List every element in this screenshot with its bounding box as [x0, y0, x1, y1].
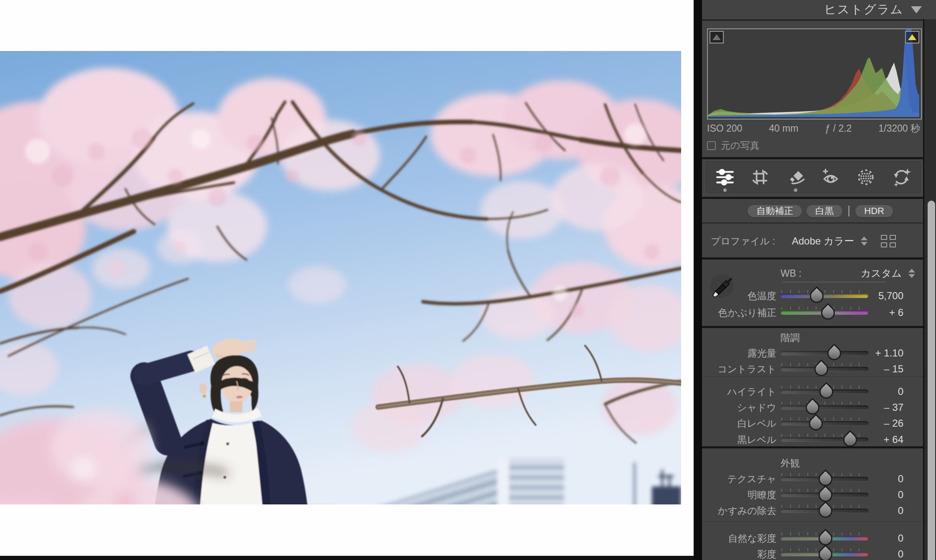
saturation-value: 0 — [849, 548, 903, 560]
row-separator — [702, 377, 924, 377]
blacks-label: 黒レベル — [702, 433, 776, 446]
presets-sync-icon — [892, 168, 911, 187]
healing-tool-button[interactable] — [786, 167, 806, 187]
dehaze-value: 0 — [849, 505, 903, 517]
presence-section: 外観 テクスチャ 0 明瞭度 0 かすみの除去 0 — [702, 448, 924, 560]
shadows-slider-thumb[interactable] — [803, 398, 822, 417]
presence-section-title: 外観 — [781, 457, 800, 470]
tone-section: 階調 露光量 + 1.10 コントラスト – 15 ハイライト 0 — [702, 328, 924, 446]
contrast-label: コントラスト — [702, 363, 776, 376]
highlights-slider-thumb[interactable] — [816, 382, 836, 402]
healing-eraser-icon — [786, 168, 805, 187]
profile-row: プロファイル : Adobe カラー — [702, 226, 913, 257]
wb-dropdown-underline — [783, 282, 885, 283]
blacks-slider-row: 黒レベル + 64 — [702, 432, 913, 448]
vibrance-value: 0 — [849, 532, 903, 544]
exposure-label: 露光量 — [702, 347, 776, 360]
black-white-button[interactable]: 白黒 — [806, 205, 842, 217]
saturation-label: 彩度 — [702, 548, 776, 560]
shadows-value: – 37 — [849, 402, 903, 413]
basic-buttons-row: 自動補正 白黒 HDR — [702, 201, 913, 221]
contrast-value: – 15 — [849, 363, 903, 375]
panel-scrollbar-thumb[interactable] — [928, 201, 935, 560]
histogram-plot[interactable] — [707, 28, 922, 120]
histogram-green-channel — [708, 51, 919, 117]
auto-settings-button[interactable]: 自動補正 — [748, 205, 802, 217]
vibrance-label: 自然な彩度 — [702, 532, 776, 545]
masking-tool-button[interactable] — [856, 167, 876, 187]
saturation-slider-thumb[interactable] — [816, 545, 835, 560]
develop-right-panel: ヒストグラム ISO 200 40 mm ƒ / 2.2 1/3200 秒 — [702, 0, 936, 560]
profile-value[interactable]: Adobe カラー — [792, 234, 854, 248]
whites-slider-thumb[interactable] — [806, 414, 826, 433]
texture-value: 0 — [849, 473, 903, 485]
photo-canvas[interactable] — [0, 51, 681, 504]
white-balance-section: WB : カスタム 色温度 5,700 色かぶり補正 + 6 — [702, 260, 924, 326]
exposure-slider-thumb[interactable] — [824, 344, 844, 363]
blacks-value: + 64 — [849, 434, 903, 445]
basic-panel-header-section: 自動補正 白黒 HDR プロファイル : Adobe カラー — [702, 199, 924, 257]
profile-label: プロファイル : — [711, 235, 775, 248]
dehaze-slider-thumb[interactable] — [816, 501, 835, 521]
wb-preset-value[interactable]: カスタム — [861, 267, 902, 280]
red-eye-tool-button[interactable] — [821, 167, 841, 187]
exif-info-row: ISO 200 40 mm ƒ / 2.2 1/3200 秒 — [707, 122, 920, 135]
exif-shutter: 1/3200 秒 — [878, 122, 920, 135]
adjust-sliders-tool-button[interactable] — [715, 167, 735, 187]
original-photo-label: 元の写真 — [721, 139, 760, 152]
exif-aperture: ƒ / 2.2 — [825, 123, 852, 134]
dehaze-slider-row: かすみの除去 0 — [702, 503, 913, 519]
edited-indicator-dot — [723, 188, 727, 192]
shadows-slider-row: シャドウ – 37 — [702, 400, 913, 415]
highlight-clipping-indicator[interactable] — [905, 31, 919, 43]
row-separator — [702, 522, 924, 522]
whites-slider-row: 白レベル – 26 — [702, 415, 913, 431]
photo-illustration — [0, 51, 681, 504]
wb-preset-arrows[interactable] — [908, 269, 915, 278]
temp-label: 色温度 — [702, 290, 776, 303]
hdr-button[interactable]: HDR — [855, 205, 893, 217]
texture-label: テクスチャ — [702, 473, 776, 486]
original-photo-checkbox[interactable] — [707, 141, 716, 150]
tint-slider-thumb[interactable] — [818, 303, 838, 323]
panel-divider — [694, 0, 702, 560]
edited-indicator-dot — [794, 188, 797, 192]
original-photo-row: 元の写真 — [707, 140, 760, 151]
histogram-section: ISO 200 40 mm ƒ / 2.2 1/3200 秒 元の写真 — [702, 0, 924, 157]
highlights-value: 0 — [849, 386, 903, 397]
tint-label: 色かぶり補正 — [702, 306, 776, 319]
contrast-slider-thumb[interactable] — [811, 359, 831, 379]
red-eye-icon — [821, 168, 840, 187]
dehaze-label: かすみの除去 — [702, 504, 776, 517]
profile-stepper-arrows[interactable] — [861, 237, 867, 246]
temp-value: 5,700 — [849, 290, 903, 302]
tone-section-title: 階調 — [781, 331, 800, 344]
masking-icon — [856, 168, 875, 187]
tint-slider-row: 色かぶり補正 + 6 — [702, 305, 913, 321]
shadow-clipping-triangle-icon — [712, 34, 721, 40]
whites-label: 白レベル — [702, 417, 776, 430]
exposure-value: + 1.10 — [849, 347, 903, 359]
whites-value: – 26 — [849, 417, 903, 429]
panel-scrollbar[interactable] — [923, 19, 936, 560]
row-separator — [702, 222, 924, 224]
temp-slider-thumb[interactable] — [807, 286, 827, 306]
main-content-area — [0, 0, 694, 560]
crop-tool-button[interactable] — [750, 167, 770, 187]
wb-label: WB : — [781, 268, 801, 279]
crop-rotate-icon — [750, 168, 770, 187]
vibrance-slider-row: 自然な彩度 0 — [702, 530, 913, 546]
profile-browser-grid-icon[interactable] — [881, 235, 896, 247]
contrast-slider-row: コントラスト – 15 — [702, 361, 913, 377]
highlight-clipping-triangle-icon — [908, 34, 916, 40]
highlights-label: ハイライト — [702, 385, 776, 398]
exif-iso: ISO 200 — [707, 123, 742, 134]
button-divider — [848, 206, 850, 216]
tool-strip-section — [702, 159, 924, 197]
histogram-chart — [708, 29, 919, 117]
presets-sync-tool-button[interactable] — [891, 167, 911, 187]
shadows-label: シャドウ — [702, 401, 776, 414]
shadow-clipping-indicator[interactable] — [710, 31, 724, 43]
clarity-slider-row: 明瞭度 0 — [702, 487, 913, 503]
exposure-slider-row: 露光量 + 1.10 — [702, 345, 913, 361]
